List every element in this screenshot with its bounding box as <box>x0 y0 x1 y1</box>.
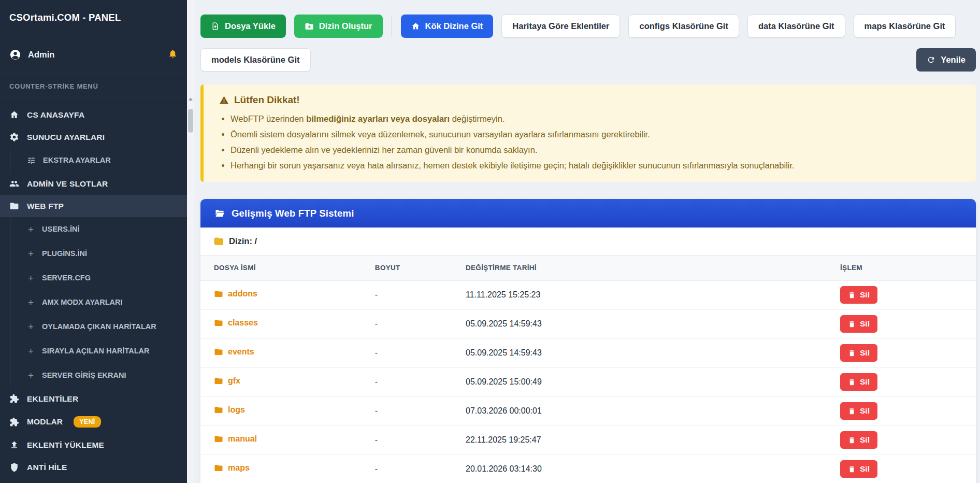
sidebar-item-label: EKLENTİ YÜKLEME <box>27 441 104 450</box>
folder-name: logs <box>228 405 245 415</box>
folder-link[interactable]: gfx <box>214 376 240 386</box>
go-models-button[interactable]: models Klasörüne Git <box>200 48 311 72</box>
delete-button[interactable]: Sil <box>840 286 877 304</box>
file-date: 05.09.2025 14:59:43 <box>459 338 834 367</box>
sidebar-item-server-giris-ekrani[interactable]: + SERVER GİRİŞ EKRANI <box>10 363 187 388</box>
trash-icon <box>848 436 856 444</box>
table-row: classes - 05.09.2025 14:59:43 Sil <box>200 309 976 338</box>
home-icon <box>411 22 420 31</box>
folder-link[interactable]: maps <box>214 463 250 473</box>
file-size: - <box>369 309 459 338</box>
sidebar-item-oylamada-cikan-haritalar[interactable]: + OYLAMADA ÇIKAN HARİTALAR <box>10 315 187 339</box>
file-size: - <box>369 338 459 367</box>
puzzle-icon <box>9 417 19 427</box>
sidebar-item-label: CS ANASAYFA <box>27 110 84 120</box>
folder-icon <box>214 405 223 415</box>
sidebar-item-admin-ve-slotlar[interactable]: ADMİN VE SLOTLAR <box>0 173 187 195</box>
plus-icon: + <box>27 274 35 283</box>
file-table: DOSYA İSMİ BOYUT DEĞİŞTİRME TARİHİ İŞLEM… <box>200 255 976 483</box>
toolbar: Dosya Yükle Dizin Oluştur Kök Dizine Git… <box>200 15 976 72</box>
plus-icon: + <box>27 322 35 332</box>
go-configs-button[interactable]: configs Klasörüne Git <box>628 15 739 38</box>
submenu-group: EKSTRA AYARLAR <box>10 148 187 173</box>
sidebar-item-label: SUNUCU AYARLARI <box>27 133 105 142</box>
new-badge: YENİ <box>74 416 100 428</box>
sidebar-item-web-ftp[interactable]: WEB FTP <box>0 195 187 217</box>
column-header-date: DEĞİŞTİRME TARİHİ <box>459 255 834 280</box>
user-avatar-icon <box>9 49 21 61</box>
sidebar-item-ekstra-ayarlar[interactable]: EKSTRA AYARLAR <box>10 148 187 173</box>
alert-bullet: Önemli sistem dosyalarını silmek veya dü… <box>230 126 960 142</box>
button-label: Sil <box>860 319 870 329</box>
folder-link[interactable]: classes <box>214 318 258 328</box>
alert-bullet: WebFTP üzerinden bilmediğiniz ayarları v… <box>230 111 960 126</box>
delete-button[interactable]: Sil <box>840 344 877 362</box>
user-row[interactable]: Admin <box>0 35 187 74</box>
folder-icon <box>9 201 19 211</box>
trash-icon <box>848 407 856 415</box>
button-label: Sil <box>860 290 870 300</box>
sidebar-item-anti-hile[interactable]: ANTİ HİLE <box>0 456 187 478</box>
sidebar-item-label: ANTİ HİLE <box>27 463 67 472</box>
sidebar-item-sunucu-ayarlari[interactable]: SUNUCU AYARLARI <box>0 126 187 148</box>
sidebar-item-eklentiler[interactable]: EKLENTİLER <box>0 388 187 410</box>
sidebar-scrollbar[interactable] <box>187 83 194 483</box>
notification-bell-icon[interactable] <box>168 48 178 61</box>
map-plugins-button[interactable]: Haritaya Göre Eklentiler <box>501 15 620 38</box>
sidebar-item-amx-modx-ayarlari[interactable]: + AMX MODX AYARLARI <box>10 290 187 315</box>
refresh-button[interactable]: Yenile <box>916 48 976 72</box>
delete-button[interactable]: Sil <box>840 402 877 420</box>
button-label: Sil <box>860 435 870 445</box>
go-maps-button[interactable]: maps Klasörüne Git <box>854 15 956 38</box>
sidebar-item-label: SERVER GİRİŞ EKRANI <box>42 370 126 381</box>
go-data-button[interactable]: data Klasörüne Git <box>747 15 845 38</box>
table-row: maps - 20.01.2026 03:14:30 Sil <box>200 454 976 483</box>
column-header-size: BOYUT <box>369 255 459 280</box>
delete-button[interactable]: Sil <box>840 373 877 391</box>
table-row: gfx - 05.09.2025 15:00:49 Sil <box>200 367 976 396</box>
sidebar-item-eklenti-yukleme[interactable]: EKLENTİ YÜKLEME <box>0 434 187 456</box>
file-date: 05.09.2025 15:00:49 <box>459 367 834 396</box>
button-label: Sil <box>860 406 870 416</box>
button-label: Dosya Yükle <box>225 21 276 31</box>
trash-icon <box>848 465 856 473</box>
folder-plus-icon <box>305 22 314 31</box>
table-header-row: DOSYA İSMİ BOYUT DEĞİŞTİRME TARİHİ İŞLEM <box>200 255 976 280</box>
folder-icon <box>214 347 223 357</box>
sidebar-item-cs-anasayfa[interactable]: CS ANASAYFA <box>0 104 187 126</box>
alert-bullet: Herhangi bir sorun yaşarsanız veya hata … <box>230 158 960 173</box>
button-label: data Klasörüne Git <box>758 21 834 31</box>
scrollbar-up-arrow-icon[interactable] <box>189 97 193 101</box>
sidebar-item-label: EKSTRA AYARLAR <box>43 155 111 166</box>
card-header: Gelişmiş Web FTP Sistemi <box>200 199 976 228</box>
folder-link[interactable]: logs <box>214 405 245 415</box>
button-label: configs Klasörüne Git <box>639 21 728 31</box>
delete-button[interactable]: Sil <box>840 431 877 449</box>
button-label: Kök Dizine Git <box>425 21 483 31</box>
sidebar-item-label: EKLENTİLER <box>27 394 78 404</box>
sidebar-item-server-cfg[interactable]: + SERVER.CFG <box>10 266 187 290</box>
sidebar-item-modlar[interactable]: MODLAR YENİ <box>0 410 187 434</box>
scrollbar-thumb[interactable] <box>188 109 193 133</box>
table-row: manual - 22.11.2025 19:25:47 Sil <box>200 425 976 454</box>
button-label: Sil <box>860 377 870 387</box>
create-directory-button[interactable]: Dizin Oluştur <box>294 15 383 38</box>
sidebar-item-users-ini[interactable]: + USERS.İNİ <box>10 217 187 242</box>
upload-file-button[interactable]: Dosya Yükle <box>200 15 286 38</box>
folder-link[interactable]: addons <box>214 289 257 299</box>
sidebar-item-plugins-ini[interactable]: + PLUGİNS.İNİ <box>10 242 187 266</box>
delete-button[interactable]: Sil <box>840 315 877 333</box>
refresh-icon <box>927 55 935 64</box>
trash-icon <box>848 320 856 328</box>
sidebar-item-sirayla-acilan-haritalar[interactable]: + SIRAYLA AÇILAN HARİTALAR <box>10 339 187 363</box>
sidebar: CSOrtami.COM - PANEL Admin COUNTER-STRİK… <box>0 0 194 483</box>
sidebar-panel: CSOrtami.COM - PANEL Admin COUNTER-STRİK… <box>0 0 187 483</box>
go-root-directory-button[interactable]: Kök Dizine Git <box>401 15 494 38</box>
button-label: Dizin Oluştur <box>319 21 372 31</box>
current-directory-row: Dizin: / <box>200 228 976 255</box>
delete-button[interactable]: Sil <box>840 460 877 478</box>
folder-link[interactable]: events <box>214 347 254 357</box>
trash-icon <box>848 291 856 299</box>
sidebar-item-label: MODLAR <box>27 417 63 427</box>
folder-link[interactable]: manual <box>214 434 257 444</box>
